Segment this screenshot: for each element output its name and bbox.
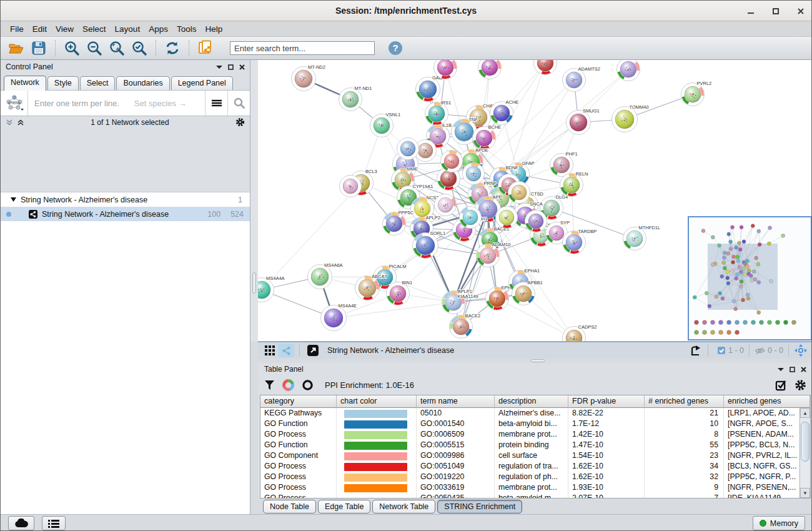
scroll-down-icon[interactable]: ▼ xyxy=(800,488,810,498)
tab-select[interactable]: Select xyxy=(80,76,116,90)
table-row[interactable]: GO ProcessGO:0019220regulation of ph...1… xyxy=(260,472,800,482)
close-button[interactable] xyxy=(796,7,805,16)
menu-file[interactable]: File xyxy=(6,23,28,35)
network-node[interactable]: CADPS2 xyxy=(563,324,597,341)
network-node[interactable] xyxy=(617,60,640,81)
cloud-tasks-button[interactable] xyxy=(8,516,34,530)
float-table-panel-icon[interactable] xyxy=(778,367,784,372)
network-node[interactable] xyxy=(508,182,530,204)
network-node[interactable]: MS4A4E xyxy=(321,303,357,331)
panel-splitter[interactable] xyxy=(250,60,258,341)
scroll-up-icon[interactable]: ▲ xyxy=(800,408,810,418)
tab-legend-panel[interactable]: Legend Panel xyxy=(171,76,233,90)
string-logo-dropdown[interactable]: STRING xyxy=(1,91,28,116)
close-table-panel-icon[interactable] xyxy=(801,367,806,372)
tab-network-table[interactable]: Network Table xyxy=(372,500,435,514)
refresh-icon[interactable] xyxy=(163,39,182,57)
network-node[interactable]: ADAMTS2 xyxy=(563,66,600,92)
zoom-fit-icon[interactable] xyxy=(107,39,126,57)
network-node[interactable] xyxy=(478,60,502,79)
column-header[interactable]: chart color xyxy=(337,395,417,408)
scrollbar-thumb[interactable] xyxy=(801,422,810,462)
network-node[interactable]: PHF1 xyxy=(550,151,578,177)
zoom-in-icon[interactable] xyxy=(62,39,81,57)
select-columns-icon[interactable] xyxy=(775,379,787,391)
search-input[interactable] xyxy=(230,41,375,55)
query-options-icon[interactable] xyxy=(205,91,227,116)
network-node[interactable]: PVRL2 xyxy=(681,81,712,106)
menu-view[interactable]: View xyxy=(51,23,78,35)
query-search-icon[interactable] xyxy=(227,91,250,116)
menu-edit[interactable]: Edit xyxy=(28,23,51,35)
restore-table-panel-icon[interactable] xyxy=(790,367,795,372)
tab-boundaries[interactable]: Boundaries xyxy=(116,76,169,90)
column-header[interactable]: # enriched genes xyxy=(645,395,724,408)
network-node[interactable] xyxy=(463,163,485,185)
birdseye-view[interactable] xyxy=(688,216,812,340)
network-from-file-icon[interactable] xyxy=(196,39,215,57)
network-node[interactable]: APLP1KIAA1149 xyxy=(442,289,478,314)
menu-select[interactable]: Select xyxy=(78,23,111,35)
table-row[interactable]: GO ProcessGO:0006509membrane prot...1.42… xyxy=(260,429,800,440)
maximize-button[interactable] xyxy=(771,7,780,16)
network-node[interactable] xyxy=(496,207,518,229)
network-row-selected[interactable]: String Network - Alzheimer's disease 100… xyxy=(1,207,250,221)
float-panel-icon[interactable] xyxy=(216,64,222,69)
task-history-button[interactable] xyxy=(42,516,66,530)
table-row[interactable]: GO ProcessGO:0050435beta-amyloid m...2.0… xyxy=(260,493,800,498)
filter-icon[interactable] xyxy=(264,380,275,390)
network-node[interactable]: VSNL1 xyxy=(370,112,401,137)
pan-navigator-icon[interactable] xyxy=(793,344,809,357)
table-row[interactable]: GO ProcessGO:0033619membrane prot...1.93… xyxy=(260,482,800,493)
menu-apps[interactable]: Apps xyxy=(144,23,172,35)
ring-charts-icon[interactable] xyxy=(302,379,314,391)
close-panel-icon[interactable] xyxy=(239,64,245,70)
network-node[interactable]: MT-ND1 xyxy=(339,86,372,111)
table-scrollbar[interactable]: ▲ ▼ xyxy=(800,408,810,498)
tab-node-table[interactable]: Node Table xyxy=(263,500,316,514)
network-node[interactable]: BACE2 xyxy=(450,313,481,339)
network-node[interactable]: MT-ND2 xyxy=(292,64,325,91)
help-icon[interactable]: ? xyxy=(386,39,405,57)
column-header[interactable]: category xyxy=(260,395,337,408)
network-collection-row[interactable]: String Network - Alzheimer's disease 1 xyxy=(1,192,250,207)
open-session-icon[interactable] xyxy=(7,39,26,57)
network-node[interactable] xyxy=(460,207,482,229)
network-node[interactable]: ADAM10 xyxy=(477,242,511,267)
save-session-icon[interactable] xyxy=(29,39,48,57)
network-node[interactable]: MS4A4A xyxy=(258,275,285,302)
network-node[interactable]: TARDBP xyxy=(563,229,597,254)
network-node[interactable]: MTHFD1L xyxy=(623,225,661,251)
memory-button[interactable]: Memory xyxy=(753,516,805,530)
column-header[interactable]: description xyxy=(495,395,568,408)
table-row[interactable]: GO ProcessGO:0051049regulation of tra...… xyxy=(260,461,800,472)
table-row[interactable]: GO ComponentGO:0009986cell surface1.54E-… xyxy=(260,450,800,461)
string-query-input[interactable]: Enter one term per line.Set species → xyxy=(28,99,205,108)
zoom-out-icon[interactable] xyxy=(85,39,104,57)
network-node[interactable] xyxy=(525,211,547,232)
restore-panel-icon[interactable] xyxy=(228,64,234,70)
network-options-gear-icon[interactable] xyxy=(235,117,245,127)
string-view-icon[interactable] xyxy=(278,344,294,357)
column-header[interactable]: enriched genes xyxy=(724,395,810,408)
network-node[interactable] xyxy=(397,138,419,160)
table-row[interactable]: KEGG Pathways05010Alzheimer's dise...8.8… xyxy=(260,408,800,419)
network-node[interactable]: MS4A6A xyxy=(308,262,343,289)
tab-network[interactable]: Network xyxy=(4,76,46,91)
expand-all-icon[interactable] xyxy=(17,119,24,126)
table-settings-gear-icon[interactable] xyxy=(795,379,806,391)
zoom-selected-icon[interactable] xyxy=(130,39,149,57)
tab-style[interactable]: Style xyxy=(47,76,79,90)
grid-mode-icon[interactable] xyxy=(262,344,278,357)
collapse-all-icon[interactable] xyxy=(6,119,13,126)
table-row[interactable]: GO FunctionGO:0001540beta-amyloid bi...1… xyxy=(260,419,800,429)
column-header[interactable]: term name xyxy=(417,395,495,408)
menu-layout[interactable]: Layout xyxy=(111,23,145,35)
tab-edge-table[interactable]: Edge Table xyxy=(318,500,370,514)
table-splitter[interactable] xyxy=(258,359,812,363)
table-row[interactable]: GO FunctionGO:0005515protein binding1.47… xyxy=(260,440,800,450)
chart-colors-icon[interactable] xyxy=(282,379,294,391)
menu-help[interactable]: Help xyxy=(201,23,227,35)
network-node[interactable] xyxy=(340,176,362,197)
network-node[interactable] xyxy=(435,194,457,216)
